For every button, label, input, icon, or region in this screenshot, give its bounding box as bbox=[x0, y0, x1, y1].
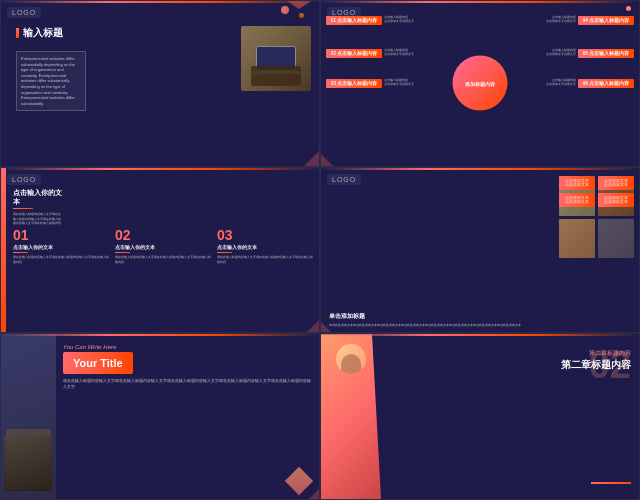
laptop-icon bbox=[251, 46, 301, 76]
slide-2-item-01: 01 点击输入标题内容 点击输入标题内容点击添加文字说明文字 bbox=[326, 16, 429, 25]
slide-4: LOGO 点击添加文本点击添加文本 点击添加文本点击添加文本 点击添加文本点击添… bbox=[320, 167, 640, 334]
col-1-label: 点击输入你的文本 bbox=[13, 244, 110, 250]
slide-2-item-03: 03 点击输入标题内容 点击输入标题内容点击添加文字说明文字 bbox=[326, 79, 429, 88]
col-2-text: 请在此输入标题内容输入文字请在此输入标题内容输入文字请在此输入标题内容 bbox=[115, 255, 212, 264]
deco-tri-3 bbox=[307, 320, 319, 332]
top-deco-3 bbox=[1, 168, 319, 170]
slide-2-item-05: 05 点击输入标题内容 点击输入标题内容点击添加文字说明文字 bbox=[531, 49, 634, 58]
slide-6-leftshape bbox=[321, 334, 381, 499]
btn-label-3: 点击添加文本点击添加文本 bbox=[559, 193, 595, 207]
laptop-base bbox=[251, 71, 301, 74]
deco-tri-bottom-1 bbox=[304, 151, 319, 166]
slide-6-ch-label: 第二章标题内容 bbox=[561, 349, 631, 358]
slide-3-redbar bbox=[1, 168, 6, 333]
item-04-desc: 点击输入标题内容点击添加文字说明文字 bbox=[531, 16, 576, 24]
top-deco-5 bbox=[1, 334, 319, 336]
col-3-text: 请在此输入标题内容输入文字请在此输入标题内容输入文字请在此输入标题内容 bbox=[217, 255, 314, 264]
item-06-label: 06 点击输入标题内容 bbox=[578, 79, 634, 88]
col-1-text: 请在此输入标题内容输入文字请在此输入标题内容输入文字请在此输入标题内容 bbox=[13, 255, 110, 264]
deco-line-6 bbox=[591, 482, 631, 484]
col-2-label: 点击输入你的文本 bbox=[115, 244, 212, 250]
slide-4-bottomtext: 单击添加标题 单击此处添加文本单击此处添加文本单击此处添加文本单击此处添加文本单… bbox=[329, 312, 549, 327]
laptop-screen bbox=[256, 46, 296, 71]
slide-4-btm-title: 单击添加标题 bbox=[329, 312, 549, 321]
slide-1-body: Entrepreneurial activities differ substa… bbox=[21, 56, 81, 106]
deco-tri-4 bbox=[321, 322, 331, 332]
col-2-divider bbox=[115, 252, 130, 254]
slide-2-center: 添加标题内容 bbox=[453, 56, 508, 111]
slide-3-lefttext: 请在此输入标题内容输入文字请在此输入标题内容输入文字请在此输入标题内容输入文字请… bbox=[13, 212, 63, 226]
photo-4 bbox=[598, 219, 634, 258]
slide-1-title: 输入标题 bbox=[16, 26, 63, 40]
col-1: 01 点击输入你的文本 请在此输入标题内容输入文字请在此输入标题内容输入文字请在… bbox=[13, 228, 110, 265]
slide-1-textbox: Entrepreneurial activities differ substa… bbox=[16, 51, 86, 111]
slide-5-desc: 请在此输入标题内容输入文字请在此输入标题内容输入文字请在此输入标题内容输入文字请… bbox=[63, 379, 314, 390]
face-shape bbox=[341, 354, 361, 374]
col-3: 03 点击输入你的文本 请在此输入标题内容输入文字请在此输入标题内容输入文字请在… bbox=[217, 228, 314, 265]
slide-3: LOGO 点击输入你的文本 请在此输入标题内容输入文字请在此输入标题内容输入文字… bbox=[0, 167, 320, 334]
top-deco-4 bbox=[321, 168, 639, 170]
slide-6-title-area: 第二章标题内容 第二章标题内容 bbox=[561, 349, 631, 371]
slide-5: You Can Write Here Your Title 请在此输入标题内容输… bbox=[0, 333, 320, 500]
logo-3: LOGO bbox=[7, 174, 41, 185]
slide-5-yourtitle: Your Title bbox=[63, 352, 133, 374]
item-02-desc: 点击输入标题内容点击添加文字说明文字 bbox=[384, 49, 429, 57]
slide-5-rightcontent: You Can Write Here Your Title 请在此输入标题内容输… bbox=[63, 344, 314, 390]
item-02-label: 02 点击输入标题内容 bbox=[326, 49, 382, 58]
photo-3 bbox=[559, 219, 595, 258]
slide-5-leftphoto bbox=[1, 334, 56, 499]
slide-3-maintitle: 点击输入你的文本 bbox=[13, 188, 63, 206]
col-1-divider bbox=[13, 252, 28, 254]
deco-circle-r bbox=[626, 6, 631, 11]
slide-1-title-area: 输入标题 bbox=[16, 26, 63, 44]
top-deco-6 bbox=[321, 334, 639, 336]
col-3-label: 点击输入你的文本 bbox=[217, 244, 314, 250]
slide-6-ch-main: 第二章标题内容 bbox=[561, 358, 631, 371]
top-deco-2 bbox=[321, 1, 639, 3]
col-3-divider bbox=[217, 252, 232, 254]
item-01-label: 01 点击输入标题内容 bbox=[326, 16, 382, 25]
item-06-desc: 点击输入标题内容点击添加文字说明文字 bbox=[531, 79, 576, 87]
deco-tri-5 bbox=[309, 489, 319, 499]
slide-4-btm-desc: 单击此处添加文本单击此处添加文本单击此处添加文本单击此处添加文本单击此处添加文本… bbox=[329, 323, 549, 327]
item-04-label: 04 点击输入标题内容 bbox=[578, 16, 634, 25]
item-05-desc: 点击输入标题内容点击添加文字说明文字 bbox=[531, 49, 576, 57]
slide-3-columns: 01 点击输入你的文本 请在此输入标题内容输入文字请在此输入标题内容输入文字请在… bbox=[13, 228, 314, 265]
slide-2-center-label: 添加标题内容 bbox=[465, 80, 495, 86]
slide-6: 02 第二章标题内容 第二章标题内容 bbox=[320, 333, 640, 500]
slide-4-btn-labels: 点击添加文本点击添加文本 点击添加文本点击添加文本 点击添加文本点击添加文本 点… bbox=[559, 176, 634, 207]
logo-4: LOGO bbox=[327, 174, 361, 185]
item-01-desc: 点击输入标题内容点击添加文字说明文字 bbox=[384, 16, 429, 24]
btn-label-2: 点击添加文本点击添加文本 bbox=[598, 176, 634, 190]
face-circle bbox=[336, 344, 366, 374]
col-2: 02 点击输入你的文本 请在此输入标题内容输入文字请在此输入标题内容输入文字请在… bbox=[115, 228, 212, 265]
hand-photo bbox=[4, 436, 52, 491]
btn-label-4: 点击添加文本点击添加文本 bbox=[598, 193, 634, 207]
slide-1: LOGO 输入标题 Entrepreneurial activities dif… bbox=[0, 0, 320, 167]
item-03-desc: 点击输入标题内容点击添加文字说明文字 bbox=[384, 79, 429, 87]
slide-5-youcan: You Can Write Here bbox=[63, 344, 314, 350]
col-3-num: 03 bbox=[217, 228, 314, 242]
logo-1: LOGO bbox=[7, 7, 41, 18]
slide-2-item-06: 06 点击输入标题内容 点击输入标题内容点击添加文字说明文字 bbox=[531, 79, 634, 88]
slide-1-photo bbox=[241, 26, 311, 91]
col-1-num: 01 bbox=[13, 228, 110, 242]
item-05-label: 05 点击输入标题内容 bbox=[578, 49, 634, 58]
slide-3-main-text: 点击输入你的文本 请在此输入标题内容输入文字请在此输入标题内容输入文字请在此输入… bbox=[13, 188, 63, 226]
col-2-num: 02 bbox=[115, 228, 212, 242]
slide-2-item-02: 02 点击输入标题内容 点击输入标题内容点击添加文字说明文字 bbox=[326, 49, 429, 58]
deco-circle-2 bbox=[299, 13, 304, 18]
item-03-label: 03 点击输入标题内容 bbox=[326, 79, 382, 88]
deco-tri-2 bbox=[321, 154, 333, 166]
top-deco-1 bbox=[1, 1, 319, 3]
btn-label-1: 点击添加文本点击添加文本 bbox=[559, 176, 595, 190]
slide-2-item-04: 04 点击输入标题内容 点击输入标题内容点击添加文字说明文字 bbox=[531, 16, 634, 25]
slide-2: LOGO 添加标题内容 01 点击输入标题内容 点击输入标题内容点击添加文字说明… bbox=[320, 0, 640, 167]
